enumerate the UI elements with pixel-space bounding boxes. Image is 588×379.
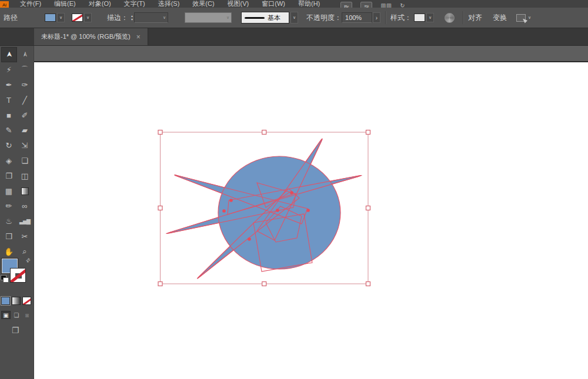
curvature-tool[interactable]: ✑ <box>17 78 33 93</box>
column-graph-tool[interactable]: ▃▅▇ <box>17 214 33 229</box>
brush-chevron-icon[interactable]: ∨ <box>290 12 298 24</box>
bbox-handle[interactable] <box>366 206 370 210</box>
eyedropper-tool[interactable]: ✏ <box>1 199 17 214</box>
fill-swatch[interactable] <box>45 14 56 22</box>
app-bar-icons: Br St ▥▥ ↻ <box>340 0 405 8</box>
stroke-weight-dropdown[interactable]: ∨ <box>134 12 168 23</box>
style-control[interactable]: ∨ <box>414 13 434 22</box>
anchor-dot <box>290 191 293 194</box>
anchor-dot <box>276 209 279 212</box>
gradient-tool[interactable] <box>17 183 33 199</box>
bbox-handle[interactable] <box>262 282 266 286</box>
mesh-tool[interactable]: ▦ <box>1 183 17 199</box>
rectangle-tool[interactable]: ■ <box>1 108 17 123</box>
select-similar-chevron-icon[interactable]: ∨ <box>528 15 531 20</box>
line-segment-tool[interactable]: ╱ <box>17 92 33 108</box>
stroke-weight-stepper[interactable]: ▴ ▾ <box>131 14 133 21</box>
blend-icon: ∞ <box>22 202 27 210</box>
transform-button[interactable]: 变换 <box>493 13 507 23</box>
menu-select[interactable]: 选择(S) <box>152 0 186 8</box>
bbox-handle[interactable] <box>262 130 266 135</box>
rotate-tool[interactable]: ↻ <box>1 138 17 153</box>
symbol-sprayer-icon: ♨ <box>5 217 12 226</box>
menu-view[interactable]: 视图(V) <box>221 0 256 8</box>
symbol-sprayer-tool[interactable]: ♨ <box>1 214 17 229</box>
shape-ellipse[interactable] <box>218 156 340 269</box>
tab-close-icon[interactable]: × <box>136 33 141 41</box>
menu-edit[interactable]: 编辑(E) <box>48 0 82 8</box>
style-swatch[interactable] <box>414 14 425 22</box>
menu-object[interactable]: 对象(O) <box>82 0 118 8</box>
stroke-chevron-icon[interactable]: ∨ <box>84 13 92 22</box>
opacity-panel-button[interactable]: › <box>373 12 380 23</box>
recolor-artwork-icon[interactable] <box>445 13 455 23</box>
menu-window[interactable]: 窗口(W) <box>255 0 292 8</box>
document-tab[interactable]: 未标题-1* @ 100% (RGB/预览) × <box>34 28 148 45</box>
menu-file[interactable]: 文件(F) <box>14 0 48 8</box>
app-logo-icon[interactable]: Ai <box>0 1 9 8</box>
stroke-color-control[interactable]: ∨ <box>72 13 92 22</box>
free-transform-tool[interactable]: ❏ <box>17 153 33 169</box>
scale-tool[interactable]: ⇲ <box>17 138 33 153</box>
bbox-handle[interactable] <box>158 130 162 135</box>
blend-tool[interactable]: ∞ <box>17 199 33 214</box>
draw-normal-icon[interactable]: ▣ <box>1 311 11 319</box>
artboard-tool[interactable]: ❒ <box>1 229 17 244</box>
magic-wand-tool[interactable]: ⚡ <box>1 62 17 78</box>
lasso-tool[interactable]: ⌒ <box>17 62 33 78</box>
type-tool[interactable]: T <box>1 92 17 108</box>
stock-icon[interactable]: St <box>360 2 372 8</box>
bbox-handle[interactable] <box>366 282 370 286</box>
select-similar-icon[interactable] <box>516 14 526 22</box>
none-button[interactable] <box>22 297 31 305</box>
shaper-tool[interactable]: ✎ <box>1 123 17 138</box>
screen-mode-icon[interactable]: ❐ <box>12 326 19 335</box>
draw-inside-icon: ◙ <box>22 311 32 319</box>
menu-type[interactable]: 文字(T) <box>118 0 152 8</box>
hand-tool[interactable]: ✋ <box>1 244 17 259</box>
shape-builder-tool[interactable]: ❐ <box>1 168 17 183</box>
color-button[interactable] <box>1 297 10 305</box>
draw-behind-icon[interactable]: ❏ <box>12 311 21 319</box>
rotate-icon: ↻ <box>6 141 12 150</box>
drawing-mode-buttons: ▣ ❏ ◙ <box>1 311 33 319</box>
paintbrush-tool[interactable]: ✐ <box>17 108 33 123</box>
menu-effect[interactable]: 效果(C) <box>186 0 220 8</box>
bbox-handle[interactable] <box>158 282 162 286</box>
illustrator-window: Ai 文件(F) 编辑(E) 对象(O) 文字(T) 选择(S) 效果(C) 视… <box>0 0 588 379</box>
bridge-icon[interactable]: Br <box>340 2 352 8</box>
opacity-input[interactable]: 100% <box>342 12 372 23</box>
bbox-handle[interactable] <box>158 206 162 210</box>
default-fill-stroke-icon[interactable] <box>1 275 6 280</box>
stroke-indicator[interactable] <box>10 268 26 283</box>
stroke-none-swatch[interactable] <box>72 14 83 22</box>
style-chevron-icon[interactable]: ∨ <box>426 13 434 22</box>
slice-tool[interactable]: ✂ <box>17 229 33 244</box>
direct-selection-tool[interactable]: ➣ <box>17 47 33 62</box>
canvas-area[interactable] <box>34 46 588 379</box>
brush-definition-control[interactable]: 基本 ∨ <box>241 12 298 24</box>
align-button[interactable]: 对齐 <box>468 13 482 23</box>
menu-bar: Ai 文件(F) 编辑(E) 对象(O) 文字(T) 选择(S) 效果(C) 视… <box>0 0 588 8</box>
fill-chevron-icon[interactable]: ∨ <box>57 13 65 22</box>
fill-color-control[interactable]: ∨ <box>45 13 65 22</box>
menu-help[interactable]: 帮助(H) <box>292 0 326 8</box>
width-tool[interactable]: ◈ <box>1 153 17 169</box>
scale-icon: ⇲ <box>22 141 28 150</box>
eraser-tool[interactable]: ▰ <box>17 123 33 138</box>
gradient-button[interactable] <box>12 297 21 305</box>
selection-tool[interactable]: ➤ <box>1 47 17 62</box>
bbox-handle[interactable] <box>366 130 370 135</box>
shaper-icon: ✎ <box>6 126 12 135</box>
zoom-tool[interactable]: ⌕ <box>17 244 33 259</box>
brush-preview[interactable]: 基本 <box>241 12 289 24</box>
arrange-documents-icon[interactable]: ▥▥ <box>380 2 392 8</box>
paintbrush-icon: ✐ <box>22 111 28 120</box>
perspective-grid-tool[interactable]: ◫ <box>17 168 33 183</box>
stepper-down-icon[interactable]: ▾ <box>131 18 133 21</box>
sync-settings-icon[interactable]: ↻ <box>400 2 405 8</box>
select-similar-control[interactable]: ∨ <box>516 14 531 22</box>
artboard-icon: ❒ <box>5 232 12 241</box>
pen-tool[interactable]: ✒ <box>1 78 17 93</box>
artwork-svg[interactable] <box>34 46 588 379</box>
